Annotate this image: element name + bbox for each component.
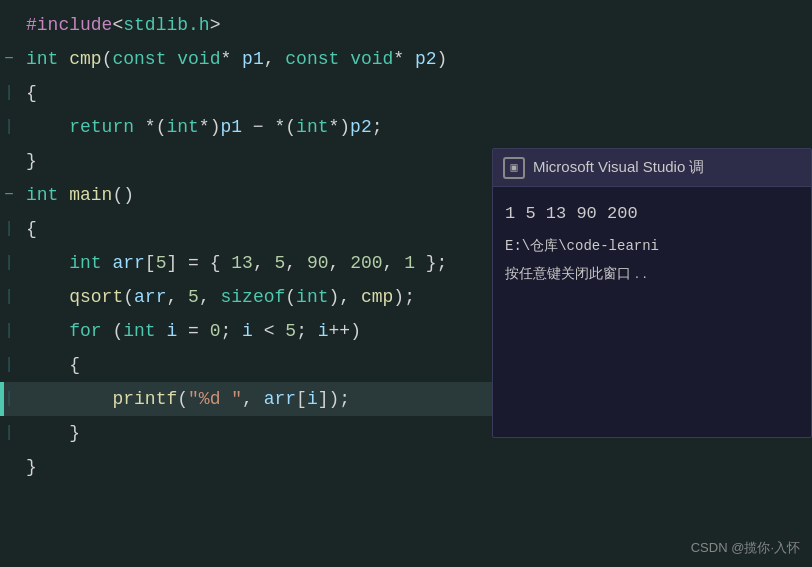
gutter-13: | [0, 416, 18, 450]
console-window: ▣ Microsoft Visual Studio 调 1 5 13 90 20… [492, 148, 812, 438]
gutter-8: | [0, 246, 18, 280]
gutter-10: | [0, 314, 18, 348]
vs-icon: ▣ [503, 157, 525, 179]
code-editor: #include<stdlib.h> − int cmp(const void*… [0, 0, 812, 567]
gutter-11: | [0, 348, 18, 382]
line-content-3: { [18, 76, 37, 110]
line-content-7: { [18, 212, 37, 246]
code-line-2: − int cmp(const void* p1, const void* p2… [0, 42, 812, 76]
line-content-11: { [18, 348, 80, 382]
line-content-6: int main() [18, 178, 134, 212]
gutter-7: | [0, 212, 18, 246]
console-body: 1 5 13 90 200 E:\仓库\code-learni 按任意键关闭此窗… [493, 187, 811, 437]
gutter-9: | [0, 280, 18, 314]
console-titlebar: ▣ Microsoft Visual Studio 调 [493, 149, 811, 187]
gutter-12: | [0, 382, 18, 416]
gutter-2: − [0, 42, 18, 76]
code-line-1: #include<stdlib.h> [0, 8, 812, 42]
code-line-4: | return *(int*)p1 − *(int*)p2; [0, 110, 812, 144]
line-content-10: for (int i = 0; i < 5; i++) [18, 314, 361, 348]
console-press-hint: 按任意键关闭此窗口 . . [505, 265, 799, 283]
line-content-2: int cmp(const void* p1, const void* p2) [18, 42, 447, 76]
line-content-5: } [18, 144, 37, 178]
console-title: Microsoft Visual Studio 调 [533, 158, 704, 177]
gutter-4: | [0, 110, 18, 144]
line-content-12: printf("%d ", arr[i]); [18, 382, 350, 416]
code-line-14: } [0, 450, 812, 484]
console-output: 1 5 13 90 200 [505, 201, 799, 227]
line-content-1: #include<stdlib.h> [18, 8, 220, 42]
line-content-9: qsort(arr, 5, sizeof(int), cmp); [18, 280, 415, 314]
line-content-14: } [18, 450, 37, 484]
watermark: CSDN @揽你·入怀 [691, 539, 800, 557]
vs-icon-symbol: ▣ [510, 160, 517, 175]
line-content-4: return *(int*)p1 − *(int*)p2; [18, 110, 383, 144]
console-path: E:\仓库\code-learni [505, 237, 799, 255]
gutter-3: | [0, 76, 18, 110]
code-line-3: | { [0, 76, 812, 110]
gutter-6: − [0, 178, 18, 212]
line-content-8: int arr[5] = { 13, 5, 90, 200, 1 }; [18, 246, 447, 280]
line-content-13: } [18, 416, 80, 450]
